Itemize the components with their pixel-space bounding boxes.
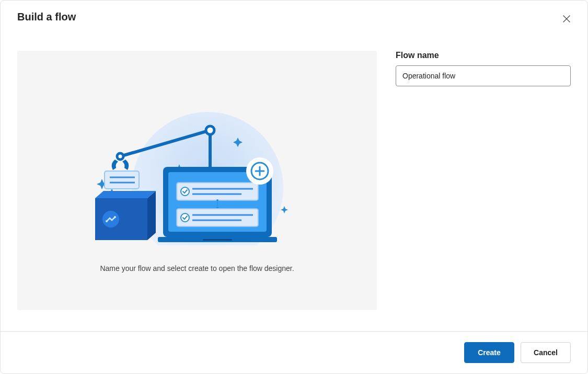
close-button[interactable] <box>558 11 575 28</box>
build-flow-dialog: Build a flow <box>0 0 588 374</box>
svg-point-4 <box>117 153 123 160</box>
flow-illustration <box>85 109 309 245</box>
svg-rect-17 <box>203 239 232 241</box>
svg-point-26 <box>181 213 189 222</box>
flow-name-input[interactable] <box>396 65 571 86</box>
dialog-footer: Create Cancel <box>1 331 587 373</box>
dialog-title: Build a flow <box>17 11 76 23</box>
form-panel: Flow name <box>396 51 571 331</box>
svg-point-23 <box>216 199 218 201</box>
close-icon <box>563 15 570 24</box>
svg-point-19 <box>181 187 189 196</box>
dialog-header: Build a flow <box>1 1 587 32</box>
create-button[interactable]: Create <box>464 342 514 363</box>
illustration-panel: Name your flow and select create to open… <box>17 51 377 310</box>
svg-point-12 <box>106 220 108 222</box>
svg-marker-10 <box>147 191 156 240</box>
svg-point-3 <box>206 126 214 134</box>
svg-marker-9 <box>95 191 156 198</box>
flow-name-label: Flow name <box>396 51 571 60</box>
dialog-content: Name your flow and select create to open… <box>1 51 587 331</box>
svg-point-13 <box>114 216 116 218</box>
cancel-button[interactable]: Cancel <box>521 342 571 363</box>
illustration-caption: Name your flow and select create to open… <box>100 264 294 273</box>
svg-rect-5 <box>105 171 139 189</box>
